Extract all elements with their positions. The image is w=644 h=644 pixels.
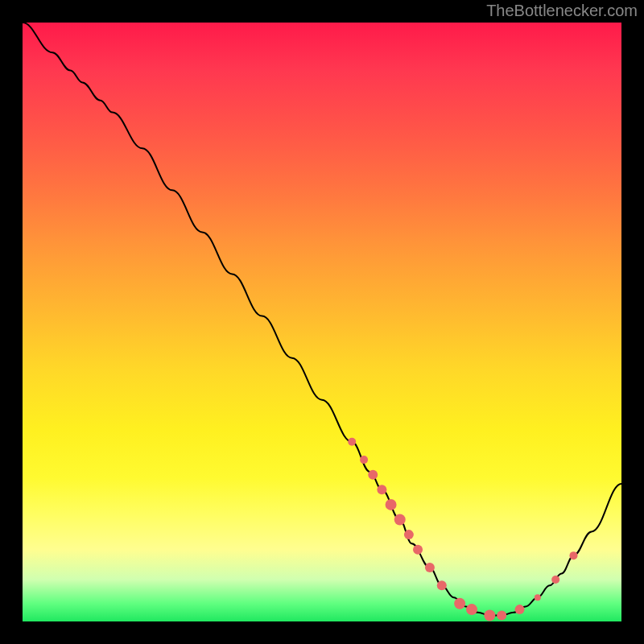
data-point: [497, 611, 506, 621]
data-point: [394, 514, 406, 526]
data-point: [569, 551, 577, 559]
data-point: [466, 604, 477, 615]
chart-plot-area: [23, 23, 621, 621]
data-point: [360, 456, 368, 464]
data-point: [515, 605, 525, 614]
data-point: [377, 485, 386, 494]
data-point: [551, 576, 559, 584]
data-point: [348, 438, 356, 446]
data-point: [386, 499, 397, 510]
data-point: [484, 610, 495, 621]
chart-svg: [23, 23, 621, 621]
data-point: [535, 594, 541, 601]
watermark: TheBottlenecker.com: [486, 2, 638, 20]
data-point: [413, 545, 423, 555]
data-point: [404, 530, 414, 539]
bottleneck-curve: [23, 23, 621, 616]
data-point: [425, 563, 435, 572]
data-point: [454, 598, 465, 609]
data-point: [437, 580, 447, 590]
data-point: [368, 470, 378, 480]
